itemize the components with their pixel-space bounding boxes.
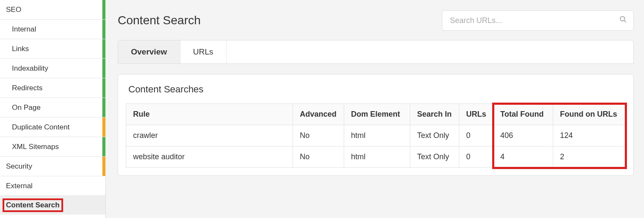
col-advanced[interactable]: Advanced	[293, 104, 344, 125]
sidebar-item-label: External	[6, 182, 32, 190]
sidebar-item-links[interactable]: Links	[0, 39, 105, 59]
sidebar-item-seo[interactable]: SEO	[0, 0, 105, 20]
panel-title: Content Searches	[118, 75, 633, 103]
col-total-found[interactable]: Total Found	[493, 104, 553, 125]
page-title: Content Search	[118, 14, 201, 27]
status-marker	[102, 98, 105, 117]
status-marker	[102, 157, 105, 176]
sidebar-item-label: SEO	[6, 6, 21, 14]
sidebar-item-label: XML Sitemaps	[12, 143, 59, 151]
sidebar-item-internal[interactable]: Internal	[0, 20, 105, 39]
svg-line-1	[624, 20, 626, 23]
sidebar-item-external[interactable]: External	[0, 176, 105, 196]
cell-rule: crawler	[126, 125, 293, 146]
tabs: Overview URLs	[118, 40, 634, 64]
sidebar-item-indexability[interactable]: Indexability	[0, 59, 105, 78]
tab-overview[interactable]: Overview	[118, 40, 180, 63]
cell-urls: 0	[459, 146, 493, 168]
sidebar-item-content-search[interactable]: Content Search	[0, 196, 105, 215]
cell-dom: html	[344, 146, 410, 168]
highlight-box: Content Search	[3, 198, 63, 212]
table-header-row: Rule Advanced Dom Element Search In URLs…	[126, 104, 626, 125]
svg-point-0	[620, 17, 625, 21]
cell-found-on: 2	[553, 146, 626, 168]
cell-search-in: Text Only	[410, 146, 459, 168]
col-dom-element[interactable]: Dom Element	[344, 104, 410, 125]
sidebar-item-security[interactable]: Security	[0, 157, 105, 176]
tab-label: Overview	[131, 47, 167, 57]
col-search-in[interactable]: Search In	[410, 104, 459, 125]
sidebar-item-label: Duplicate Content	[12, 123, 70, 132]
sidebar-item-on-page[interactable]: On Page	[0, 98, 105, 118]
cell-rule: website auditor	[126, 146, 293, 168]
table-row[interactable]: website auditor No html Text Only 0 4 2	[126, 146, 626, 168]
main-content: Content Search Overview URLs Content Sea…	[106, 0, 644, 218]
cell-search-in: Text Only	[410, 125, 459, 146]
sidebar-item-label: Redirects	[12, 84, 43, 92]
search-icon[interactable]	[619, 16, 627, 26]
cell-total-found: 4	[493, 146, 553, 168]
col-urls[interactable]: URLs	[459, 104, 493, 125]
sidebar-item-label: Security	[6, 162, 32, 171]
main-header: Content Search	[118, 10, 634, 31]
sidebar-item-label: Internal	[12, 25, 36, 34]
sidebar-item-xml-sitemaps[interactable]: XML Sitemaps	[0, 137, 105, 157]
tab-urls[interactable]: URLs	[180, 40, 227, 63]
content-searches-panel: Content Searches Rule Advanced Dom Eleme…	[118, 74, 634, 176]
cell-found-on: 124	[553, 125, 626, 146]
cell-advanced: No	[293, 125, 344, 146]
sidebar-item-label: Content Search	[6, 201, 60, 209]
cell-total-found: 406	[493, 125, 553, 146]
table-row[interactable]: crawler No html Text Only 0 406 124	[126, 125, 626, 146]
status-marker	[102, 59, 105, 78]
status-marker	[102, 39, 105, 58]
sidebar-item-redirects[interactable]: Redirects	[0, 78, 105, 98]
cell-urls: 0	[459, 125, 493, 146]
status-marker	[102, 20, 105, 39]
sidebar-item-label: Indexability	[12, 64, 48, 73]
cell-advanced: No	[293, 146, 344, 168]
search-input[interactable]	[442, 10, 634, 31]
col-found-on-urls[interactable]: Found on URLs	[553, 104, 626, 125]
tab-label: URLs	[193, 47, 214, 57]
status-marker	[102, 137, 105, 156]
table-wrap: Rule Advanced Dom Element Search In URLs…	[118, 103, 633, 175]
content-searches-table: Rule Advanced Dom Element Search In URLs…	[126, 103, 626, 168]
search-wrap	[442, 10, 634, 31]
sidebar-item-label: Links	[12, 45, 29, 53]
sidebar: SEO Internal Links Indexability Redirect…	[0, 0, 106, 218]
status-marker	[102, 118, 105, 137]
status-marker	[102, 78, 105, 98]
sidebar-item-label: On Page	[12, 103, 41, 112]
col-rule[interactable]: Rule	[126, 104, 293, 125]
cell-dom: html	[344, 125, 410, 146]
status-marker	[102, 0, 105, 19]
sidebar-item-duplicate-content[interactable]: Duplicate Content	[0, 118, 105, 137]
